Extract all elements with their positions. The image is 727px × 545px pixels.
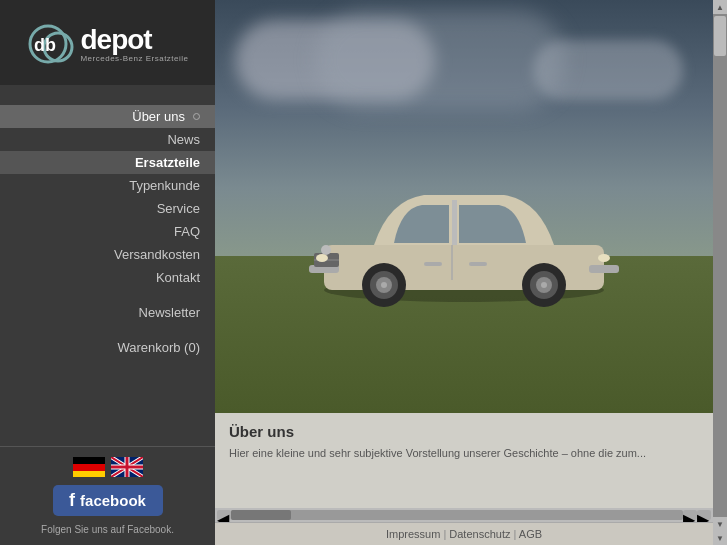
app-wrapper: db depot Mercedes-Benz Ersatzteile Über …: [0, 0, 727, 545]
nav-item-news[interactable]: News: [0, 128, 215, 151]
scrollbar-vertical[interactable]: ▲ ▼ ▼: [713, 0, 727, 545]
logo-icon: db: [26, 19, 76, 69]
content-panel: Über uns Hier eine kleine und sehr subje…: [215, 413, 713, 508]
scrollbar-x[interactable]: ◀ ▶ ▶: [215, 508, 713, 522]
nav-sep-2: [0, 324, 215, 336]
scroll-vthumb[interactable]: [714, 16, 726, 56]
hero-image: [215, 0, 713, 413]
flag-uk[interactable]: [111, 457, 143, 477]
nav-item-faq[interactable]: FAQ: [0, 220, 215, 243]
svg-rect-3: [73, 457, 105, 464]
svg-point-22: [321, 245, 331, 255]
nav-item-newsletter[interactable]: Newsletter: [0, 301, 215, 324]
cloud-3: [315, 10, 565, 110]
footer-impressum[interactable]: Impressum: [386, 528, 440, 540]
footer-sep-1: |: [443, 528, 446, 540]
scroll-down-btn-2[interactable]: ▼: [713, 531, 727, 545]
scroll-right-btn[interactable]: ▶: [683, 510, 697, 520]
nav-label-kontakt: Kontakt: [156, 270, 200, 285]
facebook-button[interactable]: f facebook: [53, 485, 163, 516]
sidebar: db depot Mercedes-Benz Ersatzteile Über …: [0, 0, 215, 545]
nav-dot: [193, 113, 200, 120]
nav-label-news: News: [167, 132, 200, 147]
nav-item-kontakt[interactable]: Kontakt: [0, 266, 215, 289]
flag-container: [73, 457, 143, 477]
nav-label-versandkosten: Versandkosten: [114, 247, 200, 262]
scroll-thumb-x[interactable]: [231, 510, 291, 520]
content-text: Hier eine kleine und sehr subjektive Vor…: [229, 446, 699, 461]
svg-rect-5: [73, 471, 105, 477]
nav-item-versandkosten[interactable]: Versandkosten: [0, 243, 215, 266]
scroll-left-btn[interactable]: ◀: [217, 510, 231, 520]
nav-label-ueber-uns: Über uns: [132, 109, 185, 124]
scroll-track-x[interactable]: [231, 510, 683, 520]
sidebar-bottom: f facebook Folgen Sie uns auf Facebook.: [0, 446, 215, 545]
content-title: Über uns: [229, 423, 699, 440]
svg-point-23: [316, 254, 328, 262]
hero-car: [304, 150, 624, 310]
footer-agb[interactable]: AGB: [519, 528, 542, 540]
nav-menu: Über uns News Ersatzteile Typenkunde Ser…: [0, 85, 215, 446]
svg-rect-26: [424, 262, 442, 266]
nav-item-warenkorb[interactable]: Warenkorb (0): [0, 336, 215, 359]
svg-text:db: db: [34, 35, 56, 55]
footer: Impressum | Datenschutz | AGB: [215, 522, 713, 545]
logo-area: db depot Mercedes-Benz Ersatzteile: [0, 0, 215, 85]
footer-datenschutz[interactable]: Datenschutz: [449, 528, 510, 540]
facebook-icon-f: f: [69, 490, 75, 511]
logo-brand-sub: Mercedes-Benz Ersatzteile: [80, 54, 188, 63]
scroll-right-btn-2[interactable]: ▶: [697, 510, 711, 520]
nav-sep-1: [0, 289, 215, 301]
svg-rect-9: [452, 200, 457, 245]
nav-item-typenkunde[interactable]: Typenkunde: [0, 174, 215, 197]
scroll-up-btn[interactable]: ▲: [713, 0, 727, 14]
nav-item-ersatzteile[interactable]: Ersatzteile: [0, 151, 215, 174]
svg-point-24: [598, 254, 610, 262]
footer-sep-2: |: [514, 528, 517, 540]
nav-label-faq: FAQ: [174, 224, 200, 239]
nav-item-service[interactable]: Service: [0, 197, 215, 220]
nav-item-ueber-uns[interactable]: Über uns: [0, 105, 215, 128]
scroll-vtrack[interactable]: [713, 14, 727, 517]
svg-point-19: [541, 282, 547, 288]
nav-label-ersatzteile: Ersatzteile: [135, 155, 200, 170]
svg-point-15: [381, 282, 387, 288]
facebook-label: facebook: [80, 492, 146, 509]
svg-rect-11: [589, 265, 619, 273]
svg-rect-4: [73, 464, 105, 471]
right-panel: Über uns Hier eine kleine und sehr subje…: [215, 0, 713, 545]
logo-brand: depot Mercedes-Benz Ersatzteile: [80, 26, 188, 63]
svg-rect-27: [469, 262, 487, 266]
nav-label-warenkorb: Warenkorb (0): [117, 340, 200, 355]
logo-brand-name: depot: [80, 26, 188, 54]
nav-label-newsletter: Newsletter: [139, 305, 200, 320]
scroll-down-btn[interactable]: ▼: [713, 517, 727, 531]
flag-german[interactable]: [73, 457, 105, 477]
nav-label-typenkunde: Typenkunde: [129, 178, 200, 193]
nav-label-service: Service: [157, 201, 200, 216]
car-svg: [304, 150, 624, 310]
main-frame: db depot Mercedes-Benz Ersatzteile Über …: [0, 0, 727, 545]
follow-text: Folgen Sie uns auf Facebook.: [41, 524, 174, 535]
